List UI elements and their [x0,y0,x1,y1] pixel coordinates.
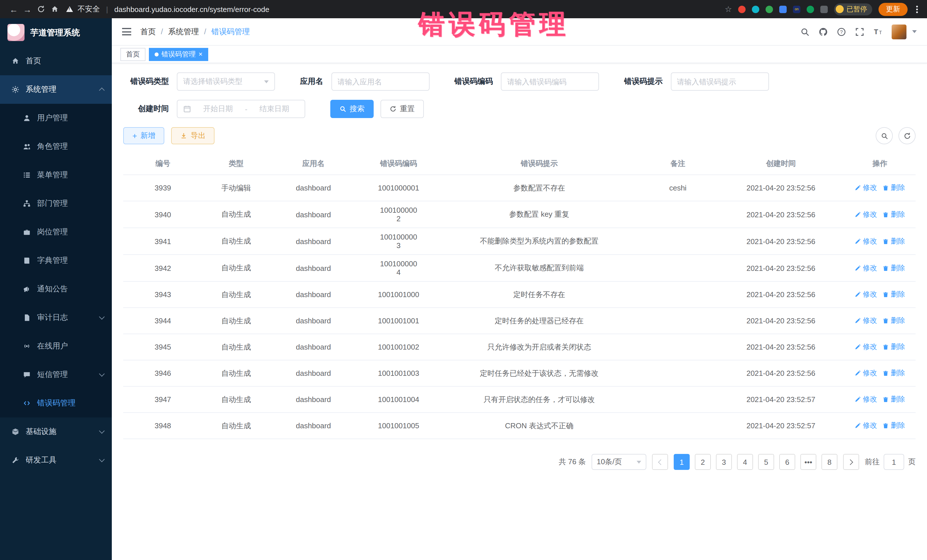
delete-link[interactable]: 删除 [883,395,905,404]
sidebar-item-角色管理[interactable]: 角色管理 [0,132,112,161]
sidebar-toggle-icon[interactable] [122,28,131,35]
sidebar-item-部门管理[interactable]: 部门管理 [0,189,112,218]
edit-link[interactable]: 修改 [855,421,877,431]
help-icon[interactable]: ? [837,27,846,36]
delete-link[interactable]: 删除 [883,369,905,378]
puzzle-extension-icon[interactable] [820,5,828,13]
kebab-menu-icon[interactable] [916,8,918,10]
sidebar: 芋道管理系统 首页系统管理用户管理角色管理菜单管理部门管理岗位管理字典管理通知公… [0,18,112,560]
delete-link[interactable]: 删除 [883,421,905,431]
sidebar-item-短信管理[interactable]: 短信管理 [0,360,112,389]
app-name-input[interactable] [332,73,429,90]
date-range-picker[interactable]: 开始日期 - 结束日期 [177,100,305,118]
sidebar-item-研发工具[interactable]: 研发工具 [0,446,112,475]
sidebar-item-在线用户[interactable]: 在线用户 [0,332,112,360]
page-button[interactable]: 8 [821,454,837,470]
sidebar-item-岗位管理[interactable]: 岗位管理 [0,218,112,246]
page-button[interactable]: 6 [779,454,795,470]
forward-icon[interactable]: → [21,2,34,16]
extension-icon[interactable] [738,5,746,13]
address-bar[interactable]: 不安全 | dashboard.yudao.iocoder.cn/system/… [66,4,269,14]
edit-link[interactable]: 修改 [855,237,877,246]
bookmark-star-icon[interactable]: ☆ [725,5,732,14]
refresh-table-button[interactable] [898,127,916,144]
profile-paused-chip[interactable]: 已暂停 [834,3,872,15]
add-button[interactable]: + 新增 [123,127,164,144]
tag-首页[interactable]: 首页 [120,48,146,61]
sidebar-item-通知公告[interactable]: 通知公告 [0,275,112,304]
breadcrumb-item[interactable]: 错误码管理 [211,27,250,37]
delete-link[interactable]: 删除 [883,316,905,326]
page-button[interactable]: 3 [716,454,732,470]
export-button[interactable]: 导出 [171,127,214,144]
reset-button[interactable]: 重置 [380,100,424,118]
goto-page-input[interactable] [884,454,904,470]
cell-operations: 修改删除 [844,390,916,409]
error-code-input[interactable] [501,73,599,90]
extension-icon[interactable] [752,5,759,13]
edit-link[interactable]: 修改 [855,369,877,378]
extension-icon[interactable] [807,5,814,13]
home-icon[interactable] [48,2,62,16]
more-pages-button[interactable]: ••• [800,454,816,470]
cell-id: 3945 [123,338,202,356]
toggle-search-button[interactable] [876,127,893,144]
delete-label: 删除 [891,421,905,431]
close-icon[interactable]: × [199,51,202,58]
extension-icon[interactable] [766,5,773,13]
edit-link[interactable]: 修改 [855,263,877,273]
sidebar-item-错误码管理[interactable]: 错误码管理 [0,389,112,417]
delete-link[interactable]: 删除 [883,183,905,193]
sidebar-item-审计日志[interactable]: 审计日志 [0,304,112,332]
page-button[interactable]: 2 [695,454,711,470]
sidebar-item-菜单管理[interactable]: 菜单管理 [0,161,112,189]
sidebar-item-系统管理[interactable]: 系统管理 [0,75,112,104]
breadcrumb-item[interactable]: 首页 [140,27,156,37]
page-button[interactable]: 4 [737,454,753,470]
delete-link[interactable]: 删除 [883,342,905,352]
font-size-icon[interactable]: TT [873,27,883,36]
edit-link[interactable]: 修改 [855,290,877,299]
page-button[interactable]: 5 [758,454,774,470]
error-type-select[interactable]: 请选择错误码类型 [177,73,275,91]
user-avatar[interactable] [892,24,906,39]
download-icon [180,132,187,139]
back-icon[interactable]: ← [7,2,21,16]
delete-link[interactable]: 删除 [883,209,905,219]
breadcrumb-item[interactable]: 系统管理 [168,27,199,37]
delete-link[interactable]: 删除 [883,263,905,273]
main-area: 首页/系统管理/错误码管理 ? TT [112,18,927,560]
error-hint-input[interactable] [671,73,768,90]
edit-link[interactable]: 修改 [855,183,877,193]
page-button[interactable]: 1 [674,454,690,470]
edit-link[interactable]: 修改 [855,209,877,219]
cell-id: 3948 [123,417,202,434]
edit-link[interactable]: 修改 [855,395,877,404]
search-icon[interactable] [800,27,810,36]
delete-link[interactable]: 删除 [883,290,905,299]
fullscreen-icon[interactable] [855,27,864,36]
extension-icon[interactable]: on [793,5,800,13]
edit-link[interactable]: 修改 [855,316,877,326]
delete-link[interactable]: 删除 [883,237,905,246]
search-button-label: 搜索 [350,104,365,114]
app-logo-row[interactable]: 芋道管理系统 [0,18,112,47]
sidebar-item-字典管理[interactable]: 字典管理 [0,246,112,275]
edit-link[interactable]: 修改 [855,342,877,352]
sidebar-item-首页[interactable]: 首页 [0,47,112,75]
sidebar-item-基础设施[interactable]: 基础设施 [0,417,112,446]
prev-page-button[interactable] [652,454,668,470]
extension-icon[interactable] [779,5,787,13]
cell-memo [638,316,718,325]
tag-错误码管理[interactable]: 错误码管理× [149,48,208,61]
cell-code: 100100000 2 [357,201,440,228]
browser-update-button[interactable]: 更新 [878,3,907,16]
github-icon[interactable] [819,27,828,36]
cell-id: 3940 [123,206,202,223]
search-button[interactable]: 搜索 [330,100,374,118]
reload-icon[interactable] [34,2,48,16]
page-size-select[interactable]: 10条/页 [591,454,646,470]
next-page-button[interactable] [843,454,859,470]
sidebar-item-用户管理[interactable]: 用户管理 [0,104,112,132]
chevron-down-icon[interactable] [912,30,917,33]
